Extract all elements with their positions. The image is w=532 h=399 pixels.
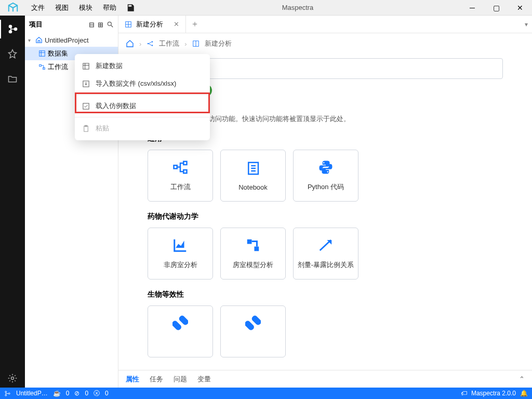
card-label: Notebook: [238, 183, 268, 191]
bottom-tab-properties[interactable]: 属性: [126, 375, 139, 384]
svg-point-13: [152, 45, 153, 46]
ctx-load-sample[interactable]: 载入仿例数据: [75, 97, 210, 115]
tree-project-row[interactable]: ▾ UntitledProject: [25, 33, 118, 47]
chart-card-icon: [172, 237, 188, 253]
bottom-tab-tasks[interactable]: 任务: [150, 375, 163, 384]
ctx-paste[interactable]: 粘贴: [75, 119, 210, 137]
activity-settings-icon[interactable]: [0, 369, 25, 388]
ctx-label: 新建数据: [96, 61, 123, 71]
status-count-2: 0: [85, 390, 88, 397]
svg-point-30: [5, 394, 7, 396]
close-button[interactable]: ✕: [508, 0, 532, 16]
status-bell-icon[interactable]: 🔔: [520, 390, 528, 397]
bottom-panel-tabs: 属性 任务 问题 变量 ⌃: [118, 370, 532, 388]
editor-tabs: 新建分析 ✕ ＋ ▾: [118, 16, 532, 33]
panel-search-icon[interactable]: [107, 21, 114, 29]
pill-card-icon: [245, 315, 261, 331]
window-title: Maspectra: [135, 4, 460, 11]
card-notebook[interactable]: Notebook: [220, 150, 286, 202]
model-card-icon: [245, 237, 261, 253]
menu-help[interactable]: 帮助: [98, 3, 122, 12]
card-workflow[interactable]: 工作流: [148, 150, 213, 202]
card-label: 工作流: [170, 182, 191, 192]
app-logo: [0, 2, 26, 14]
activity-branch-icon[interactable]: [0, 20, 25, 38]
status-count-3: 0: [105, 390, 109, 397]
clipboard-icon: [82, 125, 90, 132]
section-be-title: 生物等效性: [148, 290, 525, 299]
window-controls: ─ ▢ ✕: [460, 0, 532, 16]
card-nca[interactable]: 非房室分析: [148, 228, 213, 280]
card-label: 房室模型分析: [233, 260, 273, 270]
svg-rect-23: [247, 240, 252, 244]
breadcrumb-current-label: 新建分析: [205, 39, 232, 48]
ctx-label: 导入数据文件 (csv/xls/xlsx): [96, 79, 176, 88]
activity-star-icon[interactable]: [0, 45, 25, 63]
save-icon[interactable]: [126, 3, 135, 12]
status-branch-icon[interactable]: [4, 390, 11, 397]
status-cup-icon: ☕: [53, 390, 61, 397]
card-parallel-abe[interactable]: 平行设计 ABE 分析: [220, 305, 286, 357]
dataset-icon: [38, 50, 46, 57]
svg-rect-18: [183, 170, 187, 173]
status-count-1: 0: [66, 390, 70, 397]
status-version-label: Maspectra 2.0.0: [471, 390, 516, 397]
ctx-label: 载入仿例数据: [96, 101, 136, 111]
breadcrumb-workflow-label[interactable]: 工作流: [159, 39, 179, 48]
table-icon: [82, 62, 90, 70]
svg-rect-17: [183, 162, 187, 165]
status-project-label[interactable]: UntitledP…: [16, 390, 48, 397]
analysis-icon: [125, 21, 132, 28]
card-compartment[interactable]: 房室模型分析: [220, 228, 286, 280]
status-tag-icon: 🏷: [461, 390, 467, 397]
bottom-tab-variables[interactable]: 变量: [197, 375, 211, 384]
activity-bar: [0, 16, 25, 388]
workflow-icon: [38, 63, 46, 71]
home-icon: [35, 36, 43, 44]
ctx-label: 粘贴: [96, 124, 109, 133]
bottom-tab-problems[interactable]: 问题: [174, 375, 187, 384]
status-error-icon: ⓧ: [94, 389, 100, 398]
bottom-panel-expand-icon[interactable]: ⌃: [519, 375, 525, 383]
breadcrumb: › 工作流 › 新建分析: [118, 33, 532, 54]
pill-card-icon: [172, 315, 188, 331]
card-label: 剂量-暴露比例关系: [298, 260, 354, 270]
panel-new-icon[interactable]: ⊞: [98, 21, 103, 29]
maximize-button[interactable]: ▢: [484, 0, 508, 16]
panel-collapse-icon[interactable]: ⊟: [89, 21, 95, 29]
python-card-icon: [318, 159, 334, 175]
tab-new-analysis[interactable]: 新建分析 ✕: [118, 16, 186, 33]
svg-line-2: [111, 25, 113, 27]
ctx-import-data[interactable]: 导入数据文件 (csv/xls/xlsx): [75, 75, 210, 92]
section-pk-title: 药物代谢动力学: [148, 212, 525, 221]
tab-label: 新建分析: [136, 20, 163, 29]
tab-add-button[interactable]: ＋: [186, 19, 204, 30]
card-crossover-abe[interactable]: 交叉设计 ABE 分析: [148, 305, 213, 357]
menu-file[interactable]: 文件: [26, 3, 50, 12]
card-dose-exposure[interactable]: 剂量-暴露比例关系: [293, 228, 358, 280]
breadcrumb-home-icon[interactable]: [126, 39, 134, 48]
card-label: Python 代码: [308, 182, 344, 192]
card-python[interactable]: Python 代码: [293, 150, 358, 202]
svg-rect-3: [39, 51, 45, 57]
tree-project-label: UntitledProject: [45, 36, 89, 44]
status-bar: UntitledP… ☕0 ⊘0 ⓧ0 🏷 Maspectra 2.0.0 🔔: [0, 388, 532, 399]
tab-overflow-icon[interactable]: ▾: [525, 21, 528, 28]
workflow-card-icon: [172, 159, 188, 175]
svg-rect-6: [39, 64, 42, 66]
svg-point-12: [152, 41, 153, 42]
activity-folder-icon[interactable]: [0, 70, 25, 88]
menu-view[interactable]: 视图: [50, 3, 74, 12]
ctx-new-data[interactable]: 新建数据: [75, 57, 210, 75]
minimize-button[interactable]: ─: [460, 0, 484, 16]
titlebar: 文件 视图 模块 帮助 Maspectra ─ ▢ ✕: [0, 0, 532, 16]
svg-rect-32: [83, 63, 89, 69]
project-panel-title: 项目: [29, 20, 43, 29]
import-icon: [82, 80, 90, 88]
breadcrumb-workflow-icon: [147, 40, 154, 47]
notebook-card-icon: [245, 161, 261, 176]
menu-module[interactable]: 模块: [74, 3, 98, 12]
tab-close-icon[interactable]: ✕: [174, 20, 179, 28]
status-check-icon: ⊘: [74, 390, 79, 397]
svg-point-1: [108, 22, 111, 25]
